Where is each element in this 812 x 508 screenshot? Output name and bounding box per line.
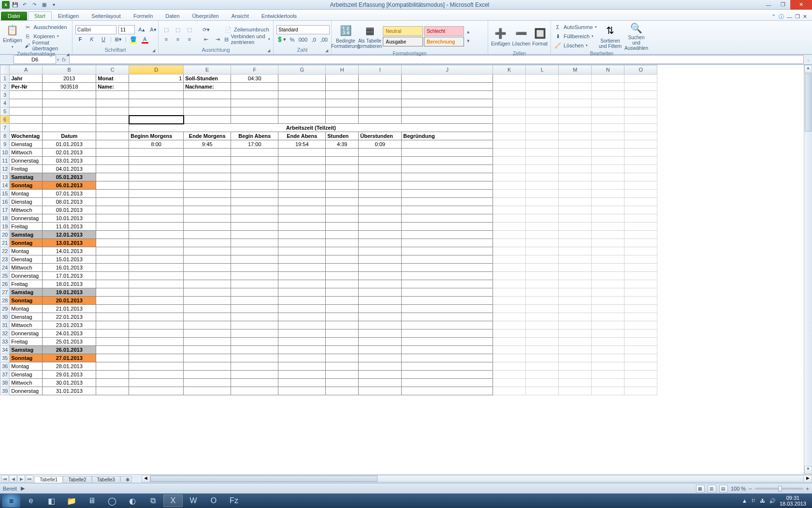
taskbar-filezilla[interactable]: Fz [224, 494, 244, 507]
number-format[interactable] [276, 25, 330, 34]
format-table[interactable]: ▦Als Tabelle formatieren [359, 22, 381, 51]
col-header[interactable]: H [326, 65, 359, 75]
row-header[interactable]: 3 [0, 91, 10, 99]
col-header[interactable]: I [359, 65, 402, 75]
qat-save[interactable]: 💾 [11, 0, 19, 9]
row-header[interactable]: 11 [0, 157, 10, 165]
taskbar-excel[interactable]: X [163, 494, 183, 507]
col-header[interactable]: L [526, 65, 559, 75]
view-normal[interactable]: ▦ [696, 485, 705, 493]
close-button[interactable]: ✕ [790, 0, 812, 10]
taskbar-word[interactable]: W [184, 494, 203, 507]
row-header[interactable]: 29 [0, 305, 10, 313]
row-header[interactable]: 24 [0, 264, 10, 272]
percent[interactable]: % [288, 35, 296, 45]
cond-format[interactable]: 🔢Bedingte Formatierung [334, 22, 357, 51]
find-select[interactable]: 🔍Suchen und Auswählen [624, 22, 649, 51]
wrap-text[interactable]: 📄Zeilenumbruch [224, 25, 270, 34]
col-header[interactable]: F [231, 65, 278, 75]
row-header[interactable]: 17 [0, 206, 10, 214]
tab-nav-next[interactable]: ▶ [17, 475, 25, 482]
sheet-tab[interactable]: Tabelle1 [34, 476, 63, 483]
sheet-tab[interactable]: Tabelle3 [92, 476, 120, 483]
indent-dec[interactable]: ⇤ [201, 34, 211, 44]
zoom-out[interactable]: − [749, 486, 752, 492]
sheet-tab[interactable]: Tabelle2 [63, 476, 91, 483]
paste-button[interactable]: 📋Einfügen▾ [3, 22, 22, 51]
row-header[interactable]: 35 [0, 354, 10, 362]
tab-home[interactable]: Start [28, 11, 52, 20]
currency[interactable]: 💲▾ [276, 35, 286, 45]
new-sheet[interactable]: ✻ [120, 476, 132, 483]
col-header[interactable]: D [129, 65, 184, 75]
col-header[interactable]: K [493, 65, 526, 75]
insert-cells[interactable]: ➕Einfügen [491, 22, 510, 51]
row-header[interactable]: 37 [0, 371, 10, 379]
taskbar-app3[interactable]: ◐ [123, 494, 142, 507]
tab-insert[interactable]: Einfügen [52, 11, 85, 20]
scroll-right-icon[interactable]: ▶ [803, 476, 812, 482]
align-right[interactable]: ≡ [185, 34, 194, 44]
align-left[interactable]: ≡ [161, 34, 171, 44]
align-middle[interactable]: ⬚ [173, 25, 183, 34]
delete-cells[interactable]: ➖Löschen [512, 22, 530, 51]
format-cells[interactable]: 🔲Format [532, 22, 548, 51]
row-header[interactable]: 12 [0, 165, 10, 173]
tab-nav-last[interactable]: ⏭ [26, 475, 33, 482]
vertical-scrollbar[interactable]: ▲ ▼ [804, 65, 812, 474]
row-header[interactable]: 4 [0, 99, 10, 107]
border-button[interactable]: ⊞▾ [114, 34, 123, 44]
tab-data[interactable]: Daten [159, 11, 186, 20]
fill-color[interactable]: 🪣 [129, 34, 138, 44]
minimize-button[interactable]: — [761, 0, 776, 10]
row-header[interactable]: 19 [0, 223, 10, 231]
row-header[interactable]: 8 [0, 132, 10, 140]
taskbar-outlook[interactable]: O [204, 494, 223, 507]
bold-button[interactable]: F [75, 34, 85, 44]
hscroll-thumb[interactable] [150, 476, 377, 482]
active-cell[interactable] [129, 116, 184, 124]
thousands[interactable]: 000 [298, 35, 308, 45]
taskbar-explorer[interactable]: 📁 [62, 494, 81, 507]
align-center[interactable]: ≡ [173, 34, 183, 44]
cut-button[interactable]: ✂Ausschneiden [24, 23, 69, 31]
row-header[interactable]: 38 [0, 379, 10, 387]
merge-center[interactable]: ⊟Verbinden und zentrieren▾ [224, 35, 270, 44]
row-header[interactable]: 21 [0, 239, 10, 247]
style-neutral[interactable]: Neutral [383, 26, 423, 36]
row-header[interactable]: 26 [0, 280, 10, 288]
sort-filter[interactable]: ⇅Sortieren und Filtern [599, 22, 622, 51]
tab-layout[interactable]: Seitenlayout [85, 11, 127, 20]
fx-icon[interactable]: fx [62, 57, 66, 62]
horizontal-scrollbar[interactable]: ◀ ▶ [142, 475, 812, 482]
row-header[interactable]: 10 [0, 149, 10, 157]
window-close2[interactable]: ✕ [803, 14, 807, 20]
row-header[interactable]: 5 [0, 107, 10, 116]
zoom-level[interactable]: 100 % [731, 486, 746, 492]
clear[interactable]: 🧹Löschen▾ [554, 41, 597, 50]
row-header[interactable]: 25 [0, 272, 10, 280]
tray-flag-icon[interactable]: ⚐ [751, 498, 756, 504]
align-bottom[interactable]: ⬚ [185, 25, 194, 34]
tab-nav-first[interactable]: ⏮ [1, 475, 9, 482]
tray-volume-icon[interactable]: 🔊 [769, 498, 776, 504]
tab-view[interactable]: Ansicht [225, 11, 255, 20]
col-header[interactable]: C [96, 65, 129, 75]
tab-review[interactable]: Überprüfen [186, 11, 225, 20]
scroll-thumb[interactable] [805, 74, 812, 132]
window-min2[interactable]: — [787, 14, 792, 20]
zoom-slider[interactable] [755, 488, 803, 490]
row-header[interactable]: 32 [0, 329, 10, 338]
row-header[interactable]: 9 [0, 140, 10, 149]
start-button[interactable]: ⊞ [2, 494, 20, 508]
row-header[interactable]: 36 [0, 362, 10, 371]
font-size[interactable] [118, 25, 135, 34]
col-header[interactable]: O [624, 65, 657, 75]
tab-file[interactable]: Datei [1, 12, 27, 20]
row-header[interactable]: 39 [0, 387, 10, 395]
autosum[interactable]: ΣAutoSumme▾ [554, 23, 597, 31]
row-header[interactable]: 13 [0, 173, 10, 181]
indent-inc[interactable]: ⇥ [213, 34, 222, 44]
dec-decimal[interactable]: ,00 [320, 35, 328, 45]
tab-developer[interactable]: Entwicklertools [255, 11, 303, 20]
